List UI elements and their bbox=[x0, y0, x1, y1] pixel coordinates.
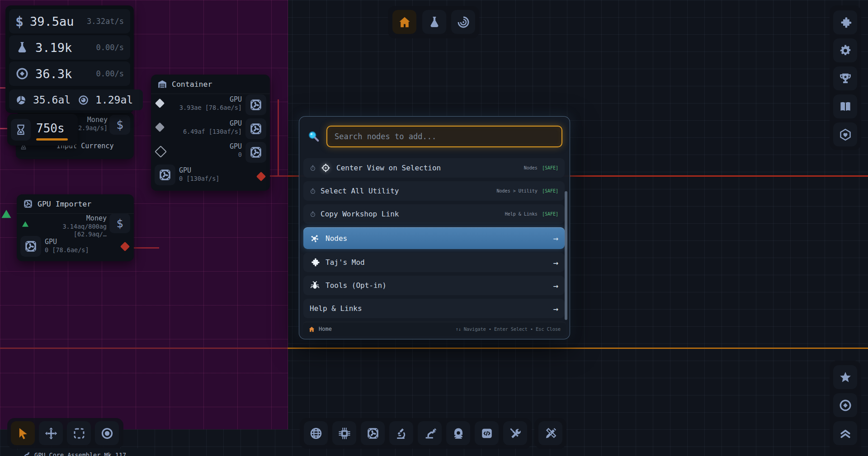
input-port[interactable] bbox=[155, 122, 165, 132]
encyclopedia-button[interactable] bbox=[833, 94, 857, 118]
gpu-importer-node[interactable]: GPU Importer Money 3.14aq/800ag [62.9aq/… bbox=[17, 194, 134, 261]
palette-item-label: Center View on Selection bbox=[336, 164, 441, 172]
container-gpu-button[interactable] bbox=[245, 94, 266, 115]
home-icon bbox=[398, 15, 411, 29]
palette-item-nodes[interactable]: Nodes → bbox=[303, 227, 565, 249]
submenu-arrow-icon: → bbox=[553, 281, 558, 291]
container-gpu-button[interactable] bbox=[245, 118, 266, 139]
category-science-button[interactable] bbox=[389, 421, 413, 445]
submenu-arrow-icon: → bbox=[553, 304, 558, 314]
palette-item-tajs-mod[interactable]: Taj's Mod → bbox=[303, 253, 565, 272]
wire-red-over-purple bbox=[270, 175, 288, 177]
input-port[interactable] bbox=[155, 99, 165, 108]
marquee-icon bbox=[72, 427, 86, 440]
timer-icon-button[interactable] bbox=[11, 119, 31, 141]
importer-money-button[interactable]: $ bbox=[109, 213, 130, 233]
container-output-button[interactable] bbox=[155, 165, 175, 185]
select-tool-button[interactable] bbox=[11, 421, 35, 445]
orb-icon bbox=[78, 94, 89, 106]
palette-list: Center View on Selection Nodes [SAFE] Se… bbox=[303, 158, 565, 322]
currency-rate: 0.00/s bbox=[96, 69, 124, 78]
category-chip-button[interactable] bbox=[332, 421, 356, 445]
category-tools-button[interactable] bbox=[503, 421, 527, 445]
stopwatch-icon bbox=[310, 211, 316, 217]
dollar-icon: $ bbox=[116, 217, 123, 230]
node-header[interactable]: GPU Importer bbox=[17, 194, 134, 214]
currency-rate: 0.00/s bbox=[96, 43, 124, 52]
category-code-button[interactable] bbox=[475, 421, 499, 445]
chevrons-up-icon bbox=[839, 427, 852, 440]
submenu-arrow-icon: → bbox=[553, 233, 558, 243]
currency-row-science: 3.19k 0.00/s bbox=[9, 35, 130, 60]
money-output-button[interactable]: $ bbox=[109, 115, 130, 135]
gpu-fan-icon bbox=[23, 199, 33, 209]
wire-orange-over-purple bbox=[0, 348, 288, 349]
robot-arm-icon bbox=[22, 451, 30, 456]
category-gpu-button[interactable] bbox=[361, 421, 385, 445]
node-title: Container bbox=[172, 80, 212, 89]
category-automation-button[interactable] bbox=[418, 421, 442, 445]
home-tab-button[interactable] bbox=[392, 10, 416, 34]
bug-icon bbox=[310, 280, 320, 291]
trophy-icon bbox=[839, 72, 852, 85]
marquee-tool-button[interactable] bbox=[67, 421, 91, 445]
search-input[interactable] bbox=[326, 126, 562, 147]
mods-button[interactable] bbox=[833, 10, 857, 34]
timer-progress-bar bbox=[36, 138, 68, 141]
palette-item-copy-workshop-link[interactable]: Copy Workshop Link Help & Links [SAFE] bbox=[303, 204, 565, 224]
selected-node-bar[interactable]: GPU Core Assembler Mk 117 bbox=[16, 448, 155, 456]
node-header[interactable]: Container bbox=[151, 75, 270, 94]
gpu-fan-icon bbox=[249, 98, 263, 112]
star-icon bbox=[839, 371, 852, 384]
palette-item-tools-opt-in[interactable]: Tools (Opt-in) → bbox=[303, 276, 565, 295]
settings-button[interactable] bbox=[833, 38, 857, 62]
container-gpu-button[interactable] bbox=[245, 142, 266, 163]
category-design-button[interactable] bbox=[538, 421, 562, 445]
output-port-red[interactable] bbox=[256, 172, 266, 181]
collapse-button[interactable] bbox=[833, 421, 857, 445]
prestige-tab-button[interactable] bbox=[451, 10, 475, 34]
pie-icon bbox=[15, 94, 27, 106]
coins-button[interactable] bbox=[833, 393, 857, 417]
supporter-button[interactable] bbox=[833, 122, 857, 146]
importer-gpu-button[interactable] bbox=[20, 236, 41, 257]
safe-badge: [SAFE] bbox=[542, 165, 558, 170]
bottom-center-toolbar bbox=[300, 418, 532, 449]
currency-value: 39.5au bbox=[30, 14, 74, 28]
palette-item-select-all-utility[interactable]: Select All Utility Nodes > Utility [SAFE… bbox=[303, 181, 565, 201]
badge-orb: 1.29al bbox=[71, 89, 143, 110]
palette-item-label: Taj's Mod bbox=[326, 258, 365, 267]
currency-row-money: $ 39.5au 3.32at/s bbox=[9, 9, 130, 33]
favorites-button[interactable] bbox=[833, 365, 857, 389]
container-node[interactable]: Container GPU 3.93ae [78.6ae/s] GPU 6.49… bbox=[151, 75, 270, 191]
node-title: GPU Importer bbox=[38, 200, 91, 208]
output-port-red[interactable] bbox=[120, 242, 130, 251]
palette-item-center-view[interactable]: Center View on Selection Nodes [SAFE] bbox=[303, 158, 565, 178]
move-icon bbox=[44, 427, 58, 440]
warehouse-icon bbox=[157, 79, 167, 89]
safe-badge: [SAFE] bbox=[542, 188, 558, 193]
input-port-empty[interactable] bbox=[155, 146, 167, 158]
currency-row-coin: 36.3k 0.00/s bbox=[9, 61, 130, 86]
input-triangle-icon[interactable] bbox=[21, 220, 30, 229]
dollar-icon: $ bbox=[15, 14, 24, 29]
chip-icon bbox=[338, 427, 351, 440]
category-agent-button[interactable] bbox=[446, 421, 470, 445]
achievements-button[interactable] bbox=[833, 66, 857, 90]
slot-value: 0 [130af/s] bbox=[179, 175, 219, 183]
palette-item-label: Copy Workshop Link bbox=[321, 210, 399, 218]
palette-item-help-links[interactable]: Help & Links → bbox=[303, 299, 565, 318]
right-toolbar-bottom bbox=[830, 361, 861, 456]
palette-item-category: Nodes > Utility bbox=[497, 188, 538, 193]
palette-key-hints: ↑↓ Navigate • Enter Select • Esc Close bbox=[455, 326, 561, 332]
palette-scrollbar[interactable] bbox=[565, 191, 567, 320]
gpu-fan-icon bbox=[249, 122, 263, 136]
wire-green-arrow bbox=[1, 209, 12, 220]
swirl-icon bbox=[457, 15, 470, 29]
research-tab-button[interactable] bbox=[422, 10, 446, 34]
gpu-fan-icon bbox=[366, 427, 380, 440]
focus-tool-button[interactable] bbox=[95, 421, 119, 445]
currency-value: 3.19k bbox=[35, 41, 72, 55]
pan-tool-button[interactable] bbox=[39, 421, 63, 445]
category-globe-button[interactable] bbox=[304, 421, 328, 445]
